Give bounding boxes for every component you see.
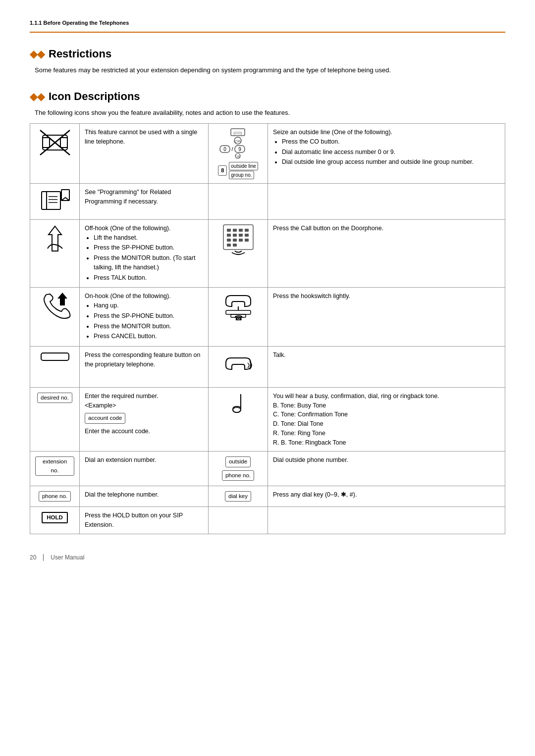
desired-no-pill: desired no. bbox=[37, 393, 72, 403]
svg-rect-31 bbox=[245, 234, 249, 237]
off-hook-icon-cell bbox=[30, 219, 80, 288]
restrictions-title: ◆◆ Restrictions bbox=[30, 48, 505, 60]
dial-key-pill: dial key bbox=[225, 491, 251, 502]
diamond-icon-2: ◆◆ bbox=[30, 91, 45, 102]
programming-desc: See "Programming" for Related Programmin… bbox=[80, 184, 209, 220]
svg-rect-25 bbox=[233, 229, 237, 232]
svg-text:0: 0 bbox=[223, 147, 226, 152]
svg-rect-32 bbox=[227, 239, 231, 242]
outside-phone-no-pill-2: phone no. bbox=[222, 470, 254, 481]
icon-descriptions-section: ◆◆ Icon Descriptions The following icons… bbox=[30, 90, 505, 534]
talk-icon-cell bbox=[209, 347, 268, 388]
doorphone-icon-cell bbox=[209, 219, 268, 288]
outside-phone-no-icon-cell: outside phone no. bbox=[209, 452, 268, 486]
hold-pill: HOLD bbox=[42, 512, 68, 523]
icon-desc-intro: The following icons show you the feature… bbox=[35, 108, 505, 118]
talk-icon bbox=[221, 351, 256, 380]
off-hook-desc: Off-hook (One of the following). Lift th… bbox=[80, 219, 209, 288]
phone-no-pill: phone no. bbox=[39, 491, 71, 502]
music-note-desc: You will hear a busy, confirmation, dial… bbox=[268, 387, 505, 452]
empty-icon-cell-1 bbox=[209, 184, 268, 220]
outside-phone-no-desc: Dial outside phone number. bbox=[268, 452, 505, 486]
svg-rect-28 bbox=[227, 234, 231, 237]
svg-rect-35 bbox=[245, 239, 249, 242]
svg-text:/: / bbox=[231, 146, 233, 152]
table-row: phone no. Dial the telephone number. dia… bbox=[30, 486, 505, 506]
table-row: Press the corresponding feature button o… bbox=[30, 347, 505, 388]
dial-key-desc: Press any dial key (0–9, ✱, #). bbox=[268, 486, 505, 506]
programming-icon-cell bbox=[30, 184, 80, 220]
svg-rect-24 bbox=[227, 229, 231, 232]
icon-descriptions-table: This feature cannot be used with a singl… bbox=[30, 123, 505, 534]
on-hook-desc: On-hook (One of the following). Hang up.… bbox=[80, 288, 209, 347]
hold-desc: Press the HOLD button on your SIP Extens… bbox=[80, 507, 209, 534]
hookswitch-icon-cell: ☎ bbox=[209, 288, 268, 347]
header-section: 1.1.1 Before Operating the Telephones bbox=[30, 20, 505, 33]
restrictions-section: ◆◆ Restrictions Some features may be res… bbox=[30, 48, 505, 75]
svg-marker-38 bbox=[57, 293, 67, 305]
manual-label: User Manual bbox=[51, 554, 84, 561]
music-note-icon bbox=[226, 392, 251, 419]
programming-icon bbox=[38, 188, 72, 212]
svg-rect-34 bbox=[239, 239, 243, 242]
music-note-icon-cell bbox=[209, 387, 268, 452]
outside-phone-no-pill: outside bbox=[225, 456, 251, 467]
feature-button-icon bbox=[40, 351, 70, 363]
svg-text:(CO): (CO) bbox=[233, 131, 242, 135]
crossed-phone-icon-cell bbox=[30, 124, 80, 184]
hookswitch-icon: ☎ bbox=[221, 292, 256, 326]
desired-no-desc: Enter the required number. <Example> acc… bbox=[80, 387, 209, 452]
table-row: Off-hook (One of the following). Lift th… bbox=[30, 219, 505, 288]
empty-icon-cell-2 bbox=[209, 507, 268, 534]
on-hook-icon bbox=[38, 292, 72, 319]
extension-no-pill: extension no. bbox=[35, 456, 74, 476]
svg-rect-36 bbox=[227, 244, 231, 247]
on-hook-icon-cell bbox=[30, 288, 80, 347]
empty-desc-cell-1 bbox=[268, 184, 505, 220]
svg-rect-42 bbox=[41, 353, 69, 360]
table-row: See "Programming" for Related Programmin… bbox=[30, 184, 505, 220]
hookswitch-desc: Press the hookswitch lightly. bbox=[268, 288, 505, 347]
svg-rect-29 bbox=[233, 234, 237, 237]
section-subtitle: 1.1.1 Before Operating the Telephones bbox=[30, 20, 505, 26]
table-row: This feature cannot be used with a singl… bbox=[30, 124, 505, 184]
talk-desc: Talk. bbox=[268, 347, 505, 388]
svg-rect-16 bbox=[42, 192, 60, 209]
svg-rect-27 bbox=[245, 229, 249, 232]
feature-button-desc: Press the corresponding feature button o… bbox=[80, 347, 209, 388]
svg-point-43 bbox=[233, 407, 241, 412]
table-row: extension no. Dial an extension number. … bbox=[30, 452, 505, 486]
svg-text:☎: ☎ bbox=[234, 314, 242, 322]
off-hook-icon bbox=[38, 224, 72, 253]
table-row: On-hook (One of the following). Hang up.… bbox=[30, 288, 505, 347]
crossed-phone-icon bbox=[38, 128, 72, 157]
phone-no-icon-cell: phone no. bbox=[30, 486, 80, 506]
svg-text:OR: OR bbox=[235, 139, 241, 144]
restrictions-description: Some features may be restricted at your … bbox=[35, 65, 505, 75]
diamond-icon-1: ◆◆ bbox=[30, 48, 45, 60]
table-row: desired no. Enter the required number. <… bbox=[30, 387, 505, 452]
crossed-phone-desc: This feature cannot be used with a singl… bbox=[80, 124, 209, 184]
icon-descriptions-title: ◆◆ Icon Descriptions bbox=[30, 90, 505, 103]
svg-rect-2 bbox=[60, 138, 67, 148]
empty-desc-cell-2 bbox=[268, 507, 505, 534]
svg-rect-26 bbox=[239, 229, 243, 232]
svg-rect-33 bbox=[233, 239, 237, 242]
feature-button-icon-cell bbox=[30, 347, 80, 388]
phone-no-desc: Dial the telephone number. bbox=[80, 486, 209, 506]
co-line-icon-cell: (CO) OR 0 / 9 bbox=[209, 124, 268, 184]
extension-no-desc: Dial an extension number. bbox=[80, 452, 209, 486]
extension-no-icon-cell: extension no. bbox=[30, 452, 80, 486]
hold-icon-cell: HOLD bbox=[30, 507, 80, 534]
svg-text:9: 9 bbox=[238, 147, 241, 152]
svg-text:OR: OR bbox=[235, 155, 240, 158]
doorphone-icon bbox=[221, 224, 256, 258]
account-code-pill: account code bbox=[85, 413, 125, 423]
co-line-desc: Seize an outside line (One of the follow… bbox=[268, 124, 505, 184]
svg-rect-1 bbox=[43, 138, 50, 148]
svg-rect-18 bbox=[61, 190, 69, 201]
table-row: HOLD Press the HOLD button on your SIP E… bbox=[30, 507, 505, 534]
page-number: 20 bbox=[30, 554, 36, 561]
svg-rect-37 bbox=[233, 244, 237, 247]
svg-rect-30 bbox=[239, 234, 243, 237]
